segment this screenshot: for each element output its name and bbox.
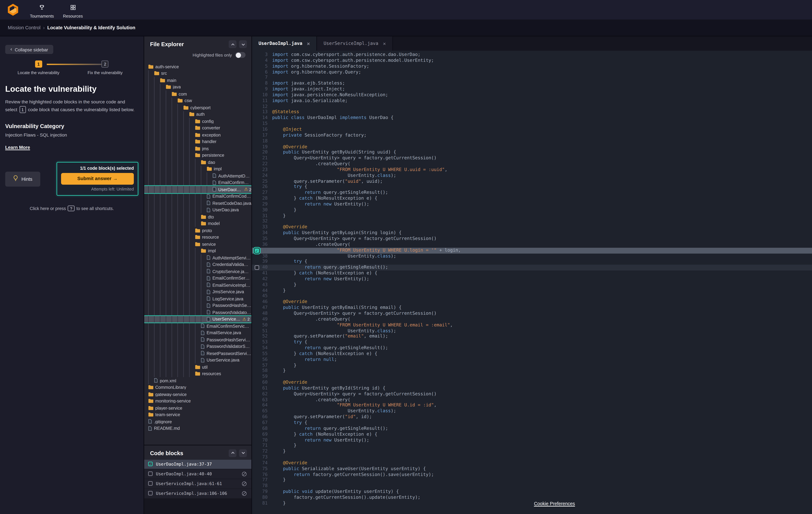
tree-item[interactable]: impl (144, 165, 252, 172)
breadcrumb-mission-control[interactable]: Mission Control (8, 25, 40, 31)
tree-guide (177, 363, 183, 370)
nav-resources[interactable]: Resources (63, 1, 83, 18)
tree-item[interactable]: auth (144, 111, 252, 118)
tree-item[interactable]: persistence (144, 152, 252, 159)
tree-item[interactable]: .gitignore (144, 418, 252, 425)
tree-item[interactable]: proto (144, 227, 252, 234)
file-icon (207, 282, 210, 288)
checkbox-icon[interactable]: ✓ (148, 462, 153, 466)
code-line: 42 return new UserEntity(); (252, 276, 812, 282)
tree-item[interactable]: PasswordValidato… (144, 309, 252, 316)
cookie-preferences-link[interactable]: Cookie Preferences (534, 501, 575, 506)
submit-answer-button[interactable]: Submit answer → (61, 173, 134, 185)
checkbox-icon[interactable] (148, 491, 153, 495)
previous-block-button[interactable] (229, 449, 236, 457)
tree-item[interactable]: CryptoService.ja… (144, 268, 252, 275)
tree-item[interactable]: PasswordHashServic… (144, 336, 252, 343)
code-block-item[interactable]: UserServiceImpl.java:61-61 (144, 479, 252, 489)
tree-item[interactable]: dto (144, 213, 252, 220)
tree-item[interactable]: EmailServiceImpl… (144, 281, 252, 288)
tree-item[interactable]: com (144, 90, 252, 97)
code-text: return query.getSingleResult(); (272, 426, 388, 431)
line-number: 48 (261, 311, 272, 317)
code-block-checkbox-checked[interactable]: ✓ (254, 248, 259, 252)
tree-item[interactable]: converter (144, 125, 252, 131)
code-line[interactable]: 40 return query.getSingleResult(); (252, 265, 812, 270)
tree-item[interactable]: UserService.java (144, 357, 252, 363)
tree-item[interactable]: PasswordHashServ… (144, 302, 252, 309)
code-line[interactable]: ✓37 "FROM UserEntity U WHERE U.login = '… (252, 248, 812, 253)
tree-item[interactable]: player-service (144, 404, 252, 411)
checkbox-icon[interactable] (148, 481, 153, 486)
tree-item[interactable]: ResetPasswordServi… (144, 350, 252, 357)
tree-item[interactable]: PasswordValidatorS… (144, 343, 252, 350)
tree-item[interactable]: service (144, 241, 252, 247)
code-block-item[interactable]: UserServiceImpl.java:106-106 (144, 489, 252, 498)
tree-item[interactable]: jms (144, 145, 252, 152)
close-icon[interactable]: × (383, 40, 386, 47)
tree-item[interactable]: auth-service (144, 63, 252, 70)
code-line: 76 return factory.getCurrentSession().sa… (252, 472, 812, 478)
tree-item[interactable]: team-service (144, 411, 252, 418)
tree-item[interactable]: EmailConfirmCode… (144, 193, 252, 199)
tree-item[interactable]: handler (144, 138, 252, 145)
previous-highlight-button[interactable] (229, 40, 236, 48)
tree-item[interactable]: src (144, 70, 252, 77)
tree-item[interactable]: EmailConfirmServ… (144, 275, 252, 281)
tab-userdaoimpl[interactable]: UserDaoImpl.java × (252, 36, 317, 51)
hints-button[interactable]: Hints (5, 171, 40, 186)
tree-item[interactable]: model (144, 220, 252, 227)
tree-guide (166, 370, 172, 377)
tree-item[interactable]: exception (144, 131, 252, 138)
shortcuts-hint[interactable]: Click here or press ? to see all shortcu… (5, 206, 138, 212)
tree-item[interactable]: CredentialValida… (144, 261, 252, 268)
tree-item[interactable]: EmailService.java (144, 329, 252, 336)
tree-item[interactable]: ResetCodeDao.java (144, 199, 252, 207)
tree-item[interactable]: config (144, 118, 252, 125)
tree-item[interactable]: CommonLibrary (144, 384, 252, 391)
checkbox-icon[interactable] (148, 471, 153, 476)
tree-item[interactable]: monitoring-service (144, 398, 252, 404)
tree-item[interactable]: UserDao.java (144, 207, 252, 213)
highlighted-files-toggle[interactable] (235, 52, 245, 58)
tree-item[interactable]: LogService.java (144, 295, 252, 302)
tree-item[interactable]: resource (144, 234, 252, 241)
tree-guide (166, 275, 172, 281)
tree-item[interactable]: README.md (144, 425, 252, 432)
tree-item[interactable]: EmailConfirmCo… (144, 179, 252, 186)
tree-item[interactable]: csw (144, 97, 252, 104)
collapse-sidebar-button[interactable]: ‹ Collapse sidebar (5, 45, 53, 54)
tree-item[interactable]: impl (144, 247, 252, 254)
tree-item[interactable]: gateway-service (144, 391, 252, 398)
tree-item[interactable]: util (144, 363, 252, 370)
tree-item[interactable]: AuthAttemptDao… (144, 172, 252, 179)
tree-item[interactable]: pom.xml (144, 377, 252, 384)
tree-item[interactable]: dao (144, 159, 252, 165)
tree-item-highlighted[interactable]: UserDaoIm…⚠2 (144, 186, 252, 193)
tree-item[interactable]: resources (144, 370, 252, 377)
learn-more-link[interactable]: Learn More (5, 145, 30, 151)
tree-item[interactable]: AuthAttemptServi… (144, 254, 252, 261)
tree-item[interactable]: cybersport (144, 104, 252, 111)
tree-guide (160, 268, 166, 275)
line-number: 76 (261, 472, 272, 478)
folder-icon (148, 64, 153, 69)
next-block-button[interactable] (239, 449, 247, 457)
code-block-item[interactable]: ✓UserDaoImpl.java:37-37 (144, 459, 252, 469)
tree-item-highlighted[interactable]: UserService…⚠2 (144, 316, 252, 323)
tree-item[interactable]: java (144, 84, 252, 90)
nav-tournaments[interactable]: Tournaments (30, 1, 54, 18)
close-icon[interactable]: × (307, 40, 310, 47)
line-number: 40 (261, 265, 272, 270)
tab-userserviceimpl[interactable]: UserServiceImpl.java × (317, 36, 393, 51)
code-block-checkbox[interactable] (254, 266, 259, 270)
tree-item[interactable]: JmsService.java (144, 288, 252, 295)
tree-item[interactable]: EmailConfirmServic… (144, 323, 252, 329)
tree-item[interactable]: main (144, 77, 252, 84)
step-2-number[interactable]: 2 (102, 60, 109, 67)
tree-guide (207, 179, 212, 186)
step-1-number[interactable]: 1 (35, 60, 42, 67)
next-highlight-button[interactable] (239, 40, 247, 48)
code-block-item[interactable]: UserDaoImpl.java:40-40 (144, 469, 252, 479)
logo-icon[interactable] (6, 3, 20, 16)
